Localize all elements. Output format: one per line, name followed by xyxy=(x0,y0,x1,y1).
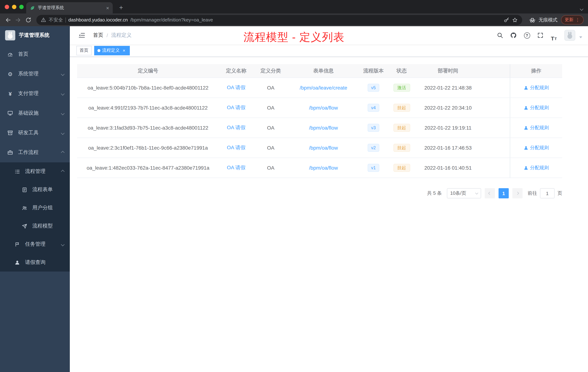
assign-rule-link[interactable]: 分配规则 xyxy=(524,104,549,111)
font-size-button[interactable]: TT xyxy=(548,30,560,41)
spacer xyxy=(481,98,510,118)
sidebar-item-workflow[interactable]: 工作流程 xyxy=(0,143,70,162)
active-dot xyxy=(97,49,100,52)
avatar-caret-icon[interactable] xyxy=(579,36,582,38)
menu-dots-icon[interactable]: ⋮ xyxy=(575,17,580,22)
forward-button[interactable] xyxy=(13,15,23,25)
tag-home[interactable]: 首页 xyxy=(76,46,92,55)
status-badge: 激活 xyxy=(393,84,410,92)
pagination: 共 5 条 10条/页 1 前往 页 xyxy=(77,188,562,198)
col-header-actions: 操作 xyxy=(510,64,562,77)
user-icon xyxy=(524,165,528,170)
tab-title: 芋道管理系统 xyxy=(38,5,103,11)
zoom-window-button[interactable] xyxy=(19,5,24,9)
incognito-label: 无痕模式 xyxy=(538,17,557,23)
definition-name-link[interactable]: OA 请假 xyxy=(227,164,246,171)
sidebar-item-label: 流程管理 xyxy=(25,168,45,175)
sidebar-item-system[interactable]: ⚙ 系统管理 xyxy=(0,64,70,84)
security-label: 不安全 xyxy=(49,17,63,23)
app-title: 芋道管理系统 xyxy=(19,32,50,39)
avatar[interactable] xyxy=(564,30,575,41)
col-header-name: 定义名称 xyxy=(219,64,253,77)
form-link[interactable]: /bpm/oa/leave/create xyxy=(300,85,347,91)
breadcrumb-home[interactable]: 首页 xyxy=(93,32,103,39)
version-tag: v4 xyxy=(368,104,379,112)
form-link[interactable]: /bpm/oa/flow xyxy=(309,125,338,131)
status-badge: 挂起 xyxy=(393,144,410,152)
prev-page-button[interactable] xyxy=(485,188,495,198)
sidebar-item-payment[interactable]: ¥ 支付管理 xyxy=(0,84,70,103)
fullscreen-button[interactable] xyxy=(535,30,546,41)
definition-category: OA xyxy=(253,138,288,158)
definition-id: oa_leave:2:3c1f0ef1-76b1-11ec-9c66-a2380… xyxy=(77,138,219,158)
spacer xyxy=(481,64,510,77)
sidebar-item-label: 请假查询 xyxy=(25,259,45,266)
table-row: oa_leave:4:991f2193-7b7f-11ec-a3c8-acde4… xyxy=(77,98,562,118)
sidebar-item-process-form[interactable]: 流程表单 xyxy=(0,181,70,199)
help-button[interactable]: ? xyxy=(521,30,533,41)
assign-rule-link[interactable]: 分配规则 xyxy=(524,144,549,151)
goto-page-input[interactable] xyxy=(540,188,555,198)
chevron-down-icon xyxy=(61,242,64,246)
definition-name-link[interactable]: OA 请假 xyxy=(227,104,246,111)
sidebar-item-task-mgmt[interactable]: 任务管理 xyxy=(0,235,70,253)
back-button[interactable] xyxy=(3,15,13,25)
form-link[interactable]: /bpm/oa/flow xyxy=(309,145,338,151)
chevron-down-icon xyxy=(61,92,64,95)
new-tab-button[interactable]: + xyxy=(116,3,126,12)
github-button[interactable] xyxy=(508,30,519,41)
sidebar-item-label: 基础设施 xyxy=(18,110,39,117)
tag-process-definition[interactable]: 流程定义 × xyxy=(94,46,130,55)
version-tag: v5 xyxy=(368,84,379,92)
page-size-select[interactable]: 10条/页 xyxy=(447,188,481,198)
definition-name-link[interactable]: OA 请假 xyxy=(227,85,246,91)
sidebar-item-label: 流程表单 xyxy=(32,186,53,193)
fullscreen-icon xyxy=(537,32,544,39)
sidebar-item-process-mgmt[interactable]: 流程管理 xyxy=(0,162,70,181)
assign-rule-link[interactable]: 分配规则 xyxy=(524,85,549,91)
search-button[interactable] xyxy=(494,30,506,41)
browser-tab-strip: 芋道管理系统 × + xyxy=(0,0,588,13)
definitions-table: 定义编号 定义名称 定义分类 表单信息 流程版本 状态 部署时间 操作 oa_l… xyxy=(77,64,562,178)
main-area: 首页 / 流程定义 ? TT 首页 xyxy=(70,26,588,372)
sidebar-item-process-model[interactable]: 流程模型 xyxy=(0,217,70,235)
next-page-button[interactable] xyxy=(512,188,523,198)
minimize-window-button[interactable] xyxy=(12,5,16,9)
definition-name-link[interactable]: OA 请假 xyxy=(227,144,246,151)
browser-tab[interactable]: 芋道管理系统 × xyxy=(26,2,113,13)
goto-unit: 页 xyxy=(557,190,562,197)
sidebar-toggle-button[interactable] xyxy=(76,29,88,42)
sidebar-item-label: 系统管理 xyxy=(18,71,39,77)
sidebar: 芋道管理系统 首页 ⚙ 系统管理 ¥ 支付管理 xyxy=(0,26,70,372)
assign-rule-link[interactable]: 分配规则 xyxy=(524,124,549,131)
actions-cell: 分配规则 xyxy=(510,78,562,98)
browser-update-button[interactable]: 更新 ⋮ xyxy=(561,15,584,24)
search-icon xyxy=(497,32,503,39)
app-logo[interactable]: 芋道管理系统 xyxy=(0,26,70,44)
sidebar-item-infrastructure[interactable]: 基础设施 xyxy=(0,103,70,123)
traffic-lights xyxy=(5,5,24,9)
sidebar-item-home[interactable]: 首页 xyxy=(0,44,70,64)
version-tag: v2 xyxy=(368,144,379,152)
form-link[interactable]: /bpm/oa/flow xyxy=(309,105,338,111)
user-icon xyxy=(524,105,528,110)
address-bar[interactable]: 不安全 dashboard.yudao.iocoder.cn /bpm/mana… xyxy=(36,15,522,25)
password-key-icon[interactable] xyxy=(504,17,509,23)
bookmark-star-icon[interactable] xyxy=(512,17,518,23)
url-host: dashboard.yudao.iocoder.cn xyxy=(68,17,128,22)
reload-button[interactable] xyxy=(23,15,33,25)
tab-search-chevron-icon[interactable] xyxy=(580,5,583,12)
close-window-button[interactable] xyxy=(5,5,9,9)
definition-name-link[interactable]: OA 请假 xyxy=(227,124,246,131)
sidebar-item-leave-query[interactable]: 请假查询 xyxy=(0,253,70,272)
actions-cell: 分配规则 xyxy=(510,138,562,158)
tag-close-icon[interactable]: × xyxy=(121,48,126,53)
sidebar-item-user-group[interactable]: 用户分组 xyxy=(0,199,70,217)
page-number-button[interactable]: 1 xyxy=(499,188,509,198)
assign-rule-link[interactable]: 分配规则 xyxy=(524,164,549,171)
tab-close-icon[interactable]: × xyxy=(106,5,109,10)
form-link[interactable]: /bpm/oa/flow xyxy=(309,165,338,171)
yen-icon: ¥ xyxy=(7,91,13,96)
sidebar-item-devtools[interactable]: 研发工具 xyxy=(0,123,70,143)
status-badge: 挂起 xyxy=(393,164,410,172)
